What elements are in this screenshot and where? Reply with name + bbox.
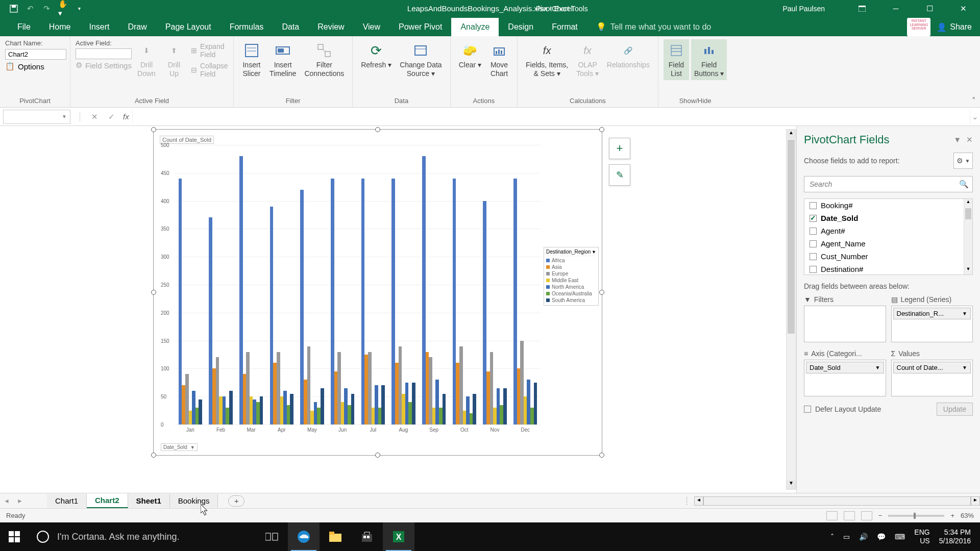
- tab-data[interactable]: Data: [273, 18, 308, 36]
- zoom-level[interactable]: 63%: [961, 512, 974, 519]
- touch-icon[interactable]: ✋▾: [58, 4, 67, 13]
- legend-item[interactable]: Oceania/Australia: [546, 290, 596, 297]
- chart-bar[interactable]: [391, 179, 395, 424]
- tray-expand-icon[interactable]: ˄: [830, 533, 834, 541]
- field-checkbox[interactable]: [810, 202, 817, 209]
- axis-field-button[interactable]: Date_Sold▼: [161, 443, 198, 451]
- field-list-item[interactable]: Date_Sold: [804, 212, 972, 224]
- chart-bar[interactable]: [513, 179, 517, 424]
- field-list-item[interactable]: Destination#: [804, 263, 972, 275]
- chart-name-input[interactable]: [5, 49, 66, 60]
- chart-bar[interactable]: [273, 363, 277, 424]
- scroll-thumb[interactable]: [788, 140, 795, 334]
- zoom-in-button[interactable]: +: [950, 512, 954, 519]
- options-button[interactable]: 📋Options: [5, 62, 44, 71]
- chart-bar[interactable]: [375, 385, 378, 424]
- chart-bar[interactable]: [182, 385, 185, 424]
- chart-bar[interactable]: [351, 394, 355, 424]
- active-field-input[interactable]: [76, 48, 132, 59]
- resize-handle[interactable]: [151, 453, 156, 458]
- chart-bar[interactable]: [361, 179, 365, 424]
- tab-review[interactable]: Review: [308, 18, 353, 36]
- name-box[interactable]: ▼: [3, 110, 70, 124]
- field-settings-button[interactable]: ⚙Field Settings: [76, 61, 132, 70]
- normal-view-button[interactable]: [826, 511, 838, 520]
- sheet-tab-chart1[interactable]: Chart1: [47, 494, 87, 508]
- chart-bar[interactable]: [527, 380, 530, 424]
- refresh-button[interactable]: ⟳Refresh ▾: [358, 39, 395, 71]
- defer-update-checkbox[interactable]: [804, 406, 811, 413]
- chart-bar[interactable]: [348, 405, 351, 424]
- tab-file[interactable]: File: [8, 18, 40, 36]
- chart-bar[interactable]: [405, 383, 409, 424]
- field-checkbox[interactable]: [810, 240, 817, 247]
- chart-bar[interactable]: [337, 352, 341, 424]
- tab-view[interactable]: View: [354, 18, 389, 36]
- chart-bar[interactable]: [517, 368, 521, 424]
- change-data-source-button[interactable]: Change Data Source ▾: [397, 39, 445, 80]
- legend-item[interactable]: Asia: [546, 264, 596, 270]
- tab-format[interactable]: Format: [543, 18, 587, 36]
- chart-bar[interactable]: [497, 388, 500, 424]
- chart-bar[interactable]: [408, 402, 412, 424]
- scroll-up-icon[interactable]: ▲: [964, 199, 972, 207]
- tab-analyze[interactable]: Analyze: [451, 18, 499, 36]
- chart-bar[interactable]: [229, 391, 233, 424]
- legend-item[interactable]: Africa: [546, 257, 596, 264]
- tab-insert[interactable]: Insert: [80, 18, 118, 36]
- scroll-left-button[interactable]: ◄: [694, 496, 703, 506]
- chart-bar[interactable]: [435, 380, 439, 424]
- keyboard-icon[interactable]: ⌨: [895, 533, 905, 541]
- axis-area[interactable]: Date_Sold▼: [804, 360, 886, 396]
- resize-handle[interactable]: [375, 127, 380, 132]
- battery-icon[interactable]: ▭: [843, 533, 850, 541]
- sheet-nav-next[interactable]: ►: [13, 497, 27, 505]
- tab-page-layout[interactable]: Page Layout: [156, 18, 220, 36]
- chart-bar[interactable]: [490, 352, 494, 424]
- chart-bar[interactable]: [199, 399, 202, 424]
- search-icon[interactable]: 🔍: [959, 180, 969, 189]
- resize-handle[interactable]: [151, 127, 156, 132]
- chart-bar[interactable]: [283, 391, 287, 424]
- chart-bar[interactable]: [179, 179, 182, 424]
- legend-item[interactable]: Europe: [546, 270, 596, 277]
- chart-bar[interactable]: [426, 352, 429, 424]
- formula-input[interactable]: [132, 110, 970, 124]
- chart-bar[interactable]: [470, 413, 473, 424]
- chart-bar[interactable]: [443, 394, 446, 424]
- chart-bar[interactable]: [493, 408, 497, 424]
- field-list-item[interactable]: Agent#: [804, 224, 972, 237]
- chart-bar[interactable]: [239, 156, 243, 424]
- chart-bar[interactable]: [395, 363, 399, 424]
- fields-list-scrollbar[interactable]: ▲ ▼: [964, 199, 972, 274]
- chart-bar[interactable]: [372, 408, 375, 424]
- chart-bar[interactable]: [290, 394, 293, 424]
- cortana-search-input[interactable]: I'm Cortana. Ask me anything.: [57, 522, 256, 551]
- insert-timeline-button[interactable]: Insert Timeline: [266, 39, 299, 80]
- chart-bar[interactable]: [253, 399, 256, 424]
- tab-draw[interactable]: Draw: [118, 18, 156, 36]
- chart-bar[interactable]: [524, 396, 527, 424]
- clear-button[interactable]: 🧽Clear ▾: [456, 39, 484, 71]
- scroll-track[interactable]: [703, 496, 971, 506]
- chart-bar[interactable]: [453, 179, 456, 424]
- chart-bar[interactable]: [219, 396, 223, 424]
- move-chart-button[interactable]: Move Chart: [486, 39, 512, 80]
- page-break-view-button[interactable]: [861, 511, 872, 520]
- sheet-tab-bookings[interactable]: Bookings: [170, 494, 218, 508]
- resize-handle[interactable]: [599, 127, 604, 132]
- chevron-down-icon[interactable]: ▼: [962, 311, 967, 316]
- page-layout-view-button[interactable]: [844, 511, 855, 520]
- chart-elements-button[interactable]: +: [609, 138, 630, 159]
- filters-area[interactable]: [804, 306, 886, 342]
- field-checkbox[interactable]: [810, 228, 817, 235]
- chart-bar[interactable]: [368, 352, 372, 424]
- chart-bar[interactable]: [381, 385, 385, 424]
- ribbon-display-icon[interactable]: [850, 0, 874, 17]
- filter-connections-button[interactable]: Filter Connections: [301, 39, 347, 80]
- undo-icon[interactable]: ↶: [26, 4, 35, 13]
- pane-options-icon[interactable]: ▼: [953, 135, 961, 144]
- task-view-button[interactable]: [256, 522, 288, 551]
- tell-me-search[interactable]: 💡Tell me what you want to do: [587, 17, 720, 36]
- scroll-down-button[interactable]: ▼: [787, 480, 796, 489]
